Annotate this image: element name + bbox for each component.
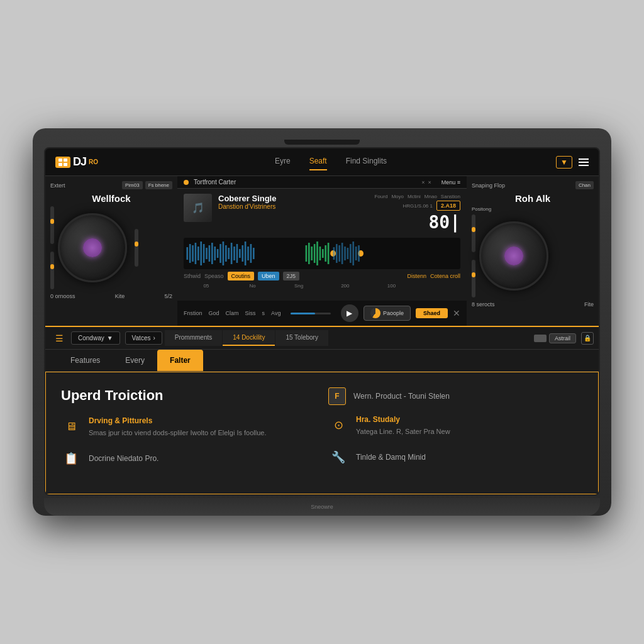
- svg-rect-0: [58, 158, 62, 162]
- feature-item-2: 📋 Docrine Niedato Pro.: [61, 448, 316, 469]
- logo-text: DJ: [73, 155, 86, 169]
- left-deck-bottom-left: 0 ornooss: [50, 293, 75, 299]
- svg-rect-18: [225, 245, 227, 262]
- left-platter[interactable]: [58, 213, 127, 282]
- svg-rect-11: [206, 248, 208, 259]
- track-meta-3: Mctini: [408, 194, 421, 199]
- feature-icon-2: 📋: [61, 448, 81, 469]
- svg-rect-28: [253, 248, 255, 259]
- feature-icon-3: F: [328, 387, 346, 405]
- logo-sub: RO: [89, 158, 98, 165]
- toggle-switch[interactable]: [534, 335, 547, 342]
- browser-menu-icon[interactable]: ☰: [50, 333, 69, 343]
- svg-rect-48: [355, 247, 357, 260]
- left-side-controls: [135, 229, 138, 267]
- svg-rect-26: [247, 247, 249, 260]
- feature-item-3: F Wern. Product - Touni Stelen: [328, 387, 583, 405]
- svg-rect-44: [344, 247, 346, 260]
- svg-rect-7: [195, 243, 197, 264]
- feature-item-4-desc: Yatega Line. R, Sater Pra New: [356, 426, 450, 437]
- feature-item-5-text: Tinlde & Damq Minid: [356, 453, 426, 462]
- tag-btn-1[interactable]: Coutins: [228, 272, 255, 280]
- svg-rect-29: [306, 245, 308, 262]
- logo-icon: [55, 157, 70, 168]
- svg-rect-24: [242, 245, 243, 262]
- feature-tab-features[interactable]: Features: [58, 350, 113, 371]
- svg-rect-49: [358, 245, 360, 262]
- browser-tab-3[interactable]: 15 Tolebory: [275, 330, 328, 346]
- center-close-btns: × ×: [421, 179, 431, 186]
- browser-nav: ☰ Condway ▼ Vatces › Prommments 14 Docki…: [45, 327, 599, 350]
- progress-label: HRG1/S.06 1: [402, 203, 433, 209]
- svg-rect-22: [236, 244, 238, 263]
- right-slider-1[interactable]: [472, 214, 475, 252]
- track-bpm: 80|: [428, 212, 460, 233]
- center-header-menu[interactable]: Menu ≡: [441, 179, 460, 186]
- right-deck-btn[interactable]: Chan: [575, 181, 594, 189]
- left-deck-label: Extert: [50, 182, 65, 189]
- feature-item-5: 🔧 Tinlde & Damq Minid: [328, 447, 583, 467]
- svg-rect-8: [197, 247, 199, 260]
- svg-rect-23: [239, 249, 241, 258]
- feature-tab-falter[interactable]: Falter: [157, 350, 203, 371]
- astrail-button[interactable]: Astrail: [549, 333, 576, 343]
- browser-dropdown-2[interactable]: Vatces ›: [125, 331, 162, 345]
- browser-tab-1[interactable]: Prommments: [165, 330, 222, 346]
- filter-icon-btn[interactable]: ▼: [556, 156, 572, 169]
- browser-dropdown-1[interactable]: Condway ▼: [71, 331, 120, 345]
- track-info: 🎵 Coberer Single Danstion d'Vistriners F…: [177, 189, 467, 238]
- left-deck-bpm: 5/2: [164, 293, 172, 299]
- left-deck-btn2[interactable]: Fs bhene: [145, 181, 172, 189]
- right-platter[interactable]: [479, 221, 548, 291]
- svg-rect-16: [219, 244, 221, 263]
- feature-main-title: Uperd Troiction: [61, 387, 316, 404]
- right-deck: Snaping Flop Chan Roh Alk Positong 8 ser…: [467, 176, 599, 326]
- start-button[interactable]: Shaed: [416, 308, 448, 318]
- left-slider-1[interactable]: [50, 206, 54, 244]
- feature-icon-5: 🔧: [328, 447, 348, 467]
- feature-item-1: 🖥 Drving & Pitturels Smas jpur icto vien…: [61, 416, 316, 438]
- left-side-slider[interactable]: [135, 229, 138, 267]
- track-meta-1: Fourd: [374, 194, 387, 199]
- center-header: Tortfront Carter × × Menu ≡: [177, 176, 467, 189]
- right-deck-name: Roh Alk: [472, 193, 594, 204]
- svg-rect-10: [203, 244, 205, 263]
- feature-item-3-text: Wern. Product - Touni Stelen: [353, 392, 450, 401]
- svg-rect-2: [58, 163, 62, 166]
- svg-rect-21: [233, 247, 235, 260]
- browser-tab-2[interactable]: 14 Dockility: [223, 330, 275, 346]
- right-snapping-label: Snaping Flop: [472, 182, 505, 189]
- tag-btn-2[interactable]: Uben: [258, 272, 279, 280]
- nav-tab-eyre[interactable]: Eyre: [275, 157, 291, 168]
- left-deck: Extert Pim03 Fs bhene Wellfock: [45, 176, 177, 326]
- svg-rect-40: [333, 247, 335, 260]
- browser-right: Astrail 🔒: [534, 332, 594, 345]
- left-deck-btn1[interactable]: Pim03: [122, 181, 143, 189]
- svg-rect-1: [64, 158, 67, 162]
- left-slider-2[interactable]: [50, 252, 54, 289]
- laptop-notch: [284, 140, 360, 145]
- track-artwork: 🎵: [184, 194, 212, 222]
- close-button[interactable]: ✕: [453, 308, 460, 318]
- pacemaker-btn[interactable]: Paoople: [364, 306, 411, 321]
- lock-icon[interactable]: 🔒: [581, 332, 594, 345]
- tag-btn-3[interactable]: 2J5: [283, 272, 300, 280]
- feature-tab-every[interactable]: Every: [113, 350, 157, 371]
- left-deck-bottom-mid: Kite: [115, 293, 125, 299]
- svg-rect-27: [250, 244, 252, 263]
- track-meta-4: Mnao: [425, 194, 437, 199]
- right-slider-2[interactable]: [472, 260, 475, 297]
- svg-rect-34: [319, 247, 321, 260]
- nav-icons: ▼: [556, 156, 589, 169]
- hamburger-menu[interactable]: [579, 158, 589, 166]
- feature-item-4-title: Hra. Studaly: [356, 415, 450, 424]
- nav-tab-find[interactable]: Find Singlits: [346, 157, 387, 168]
- feature-content: Uperd Troiction 🖥 Drving & Pitturels Sma…: [45, 372, 599, 494]
- app: DJ RO Eyre Seaft Find Singlits ▼: [45, 148, 599, 494]
- feature-item-1-content: Drving & Pitturels Smas jpur icto viend …: [89, 416, 266, 438]
- play-button[interactable]: ▶: [341, 304, 358, 322]
- svg-rect-6: [192, 245, 194, 262]
- dj-section: Extert Pim03 Fs bhene Wellfock: [45, 176, 599, 327]
- nav-tab-seaft[interactable]: Seaft: [309, 157, 327, 168]
- track-meta-5: Sanstion: [441, 194, 460, 199]
